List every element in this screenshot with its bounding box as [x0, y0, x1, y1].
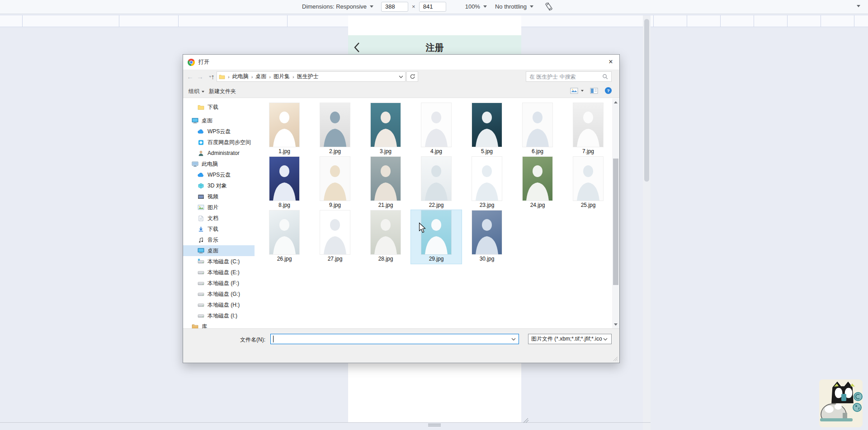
filename-combobox[interactable]	[270, 334, 519, 344]
sidebar-item[interactable]: 音乐	[183, 234, 255, 245]
sidebar-item[interactable]: 本地磁盘 (G:)	[183, 289, 255, 299]
sidebar-item[interactable]: 桌面	[183, 245, 255, 256]
sidebar-item[interactable]: WPS云盘	[183, 169, 255, 180]
back-arrow-icon[interactable]: ←	[187, 73, 193, 81]
sidebar-item[interactable]: 此电脑	[183, 159, 255, 169]
file-thumbnail[interactable]	[371, 210, 401, 254]
file-thumbnail[interactable]	[269, 210, 299, 254]
up-arrow-icon[interactable]: ↑	[211, 73, 215, 81]
file-thumbnail[interactable]	[421, 157, 451, 201]
file-item[interactable]: 27.jpg	[310, 210, 360, 264]
dialog-resize-grip[interactable]	[613, 356, 618, 361]
sidebar-item[interactable]: 本地磁盘 (F:)	[183, 278, 255, 289]
close-button[interactable]: ×	[602, 55, 619, 69]
file-item[interactable]: 2.jpg	[310, 103, 360, 156]
file-item[interactable]: 21.jpg	[360, 156, 411, 210]
file-name-label: 22.jpg	[411, 202, 462, 208]
file-thumbnail[interactable]	[472, 210, 502, 254]
sidebar-item[interactable]: 下载	[183, 224, 255, 234]
file-thumbnail[interactable]	[269, 157, 299, 201]
sidebar-item[interactable]: WPS云盘	[183, 126, 255, 137]
file-thumbnail[interactable]	[371, 157, 401, 201]
devtools-collapse-caret[interactable]	[857, 5, 860, 7]
dialog-title-bar[interactable]: 打开 ×	[183, 55, 619, 70]
breadcrumb-dropdown-icon[interactable]	[399, 75, 403, 78]
sidebar-item[interactable]: 百度网盘同步空间	[183, 137, 255, 148]
rotate-viewport-icon[interactable]	[544, 2, 553, 11]
zoom-dropdown[interactable]: 100%	[465, 3, 480, 10]
dimensions-dropdown[interactable]: Dimensions: Responsive	[302, 3, 367, 10]
sidebar-item[interactable]: 本地磁盘 (C:)	[183, 256, 255, 267]
file-item[interactable]: 1.jpg	[259, 103, 310, 156]
breadcrumb-item[interactable]: 医生护士	[297, 73, 319, 80]
file-thumbnail[interactable]	[320, 103, 350, 147]
file-item[interactable]: 25.jpg	[563, 156, 613, 210]
file-item[interactable]: 5.jpg	[462, 103, 512, 156]
file-thumbnail[interactable]	[269, 103, 299, 147]
throttling-dropdown[interactable]: No throttling	[495, 3, 527, 10]
sidebar-item[interactable]: 图片	[183, 202, 255, 213]
file-item[interactable]: 4.jpg	[411, 103, 462, 156]
file-item[interactable]: 30.jpg	[462, 210, 512, 264]
viewport-height-input[interactable]	[419, 2, 446, 12]
viewport-width-input[interactable]	[381, 2, 408, 12]
sidebar-item[interactable]: 文档	[183, 213, 255, 224]
file-thumbnail[interactable]	[320, 210, 350, 254]
file-thumbnail[interactable]	[371, 103, 401, 147]
new-folder-button[interactable]: 新建文件夹	[209, 88, 236, 95]
breadcrumb-item[interactable]: 图片集	[274, 73, 290, 80]
background-cell-border	[720, 15, 721, 27]
file-item[interactable]: 26.jpg	[259, 210, 310, 264]
chevron-down-icon	[370, 5, 373, 8]
viewport-corner-grip[interactable]	[520, 418, 529, 423]
page-scrollbar-thumb[interactable]	[644, 19, 649, 182]
sidebar-item[interactable]: Administrator	[183, 148, 255, 159]
file-thumbnail[interactable]	[523, 157, 552, 201]
help-icon: ?	[604, 87, 612, 94]
file-thumbnail[interactable]	[472, 103, 502, 147]
sidebar-item[interactable]: 本地磁盘 (I:)	[183, 310, 255, 321]
search-box[interactable]	[526, 71, 612, 82]
refresh-button[interactable]	[406, 71, 418, 82]
file-item[interactable]: 28.jpg	[360, 210, 411, 264]
sidebar-item[interactable]: 桌面	[183, 115, 255, 126]
viewport-resize-handle[interactable]	[428, 424, 441, 425]
file-item[interactable]: 23.jpg	[462, 156, 512, 210]
file-item[interactable]: 29.jpg	[411, 210, 462, 264]
file-thumbnail[interactable]	[421, 103, 451, 147]
file-item[interactable]: 6.jpg	[512, 103, 563, 156]
file-thumbnail[interactable]	[472, 157, 502, 201]
text-caret	[273, 336, 274, 342]
view-mode-button[interactable]	[570, 88, 584, 94]
filetype-dropdown[interactable]: 图片文件 (*.xbm;*.tif;*.jfif;*.ico	[528, 334, 612, 344]
file-item[interactable]: 3.jpg	[360, 103, 411, 156]
sidebar-item[interactable]: 视频	[183, 191, 255, 202]
breadcrumb-item[interactable]: 桌面	[255, 73, 266, 80]
sidebar-item[interactable]: 本地磁盘 (E:)	[183, 267, 255, 278]
breadcrumb-item[interactable]: 此电脑	[232, 73, 249, 80]
back-chevron-icon[interactable]	[354, 42, 360, 55]
sidebar-item[interactable]: 库	[183, 321, 255, 328]
help-button[interactable]: ?	[604, 87, 612, 94]
file-item[interactable]: 24.jpg	[512, 156, 563, 210]
file-thumbnail[interactable]	[320, 157, 350, 201]
organize-button[interactable]: 组织	[189, 88, 204, 95]
file-thumbnail[interactable]	[523, 103, 552, 147]
file-thumbnail[interactable]	[573, 103, 603, 147]
sidebar-item[interactable]: 本地磁盘 (H:)	[183, 299, 255, 310]
sidebar-item[interactable]: 下载	[183, 102, 255, 112]
breadcrumb[interactable]: ›此电脑›桌面›图片集›医生护士	[217, 71, 406, 82]
file-item[interactable]: 9.jpg	[310, 156, 360, 210]
forward-arrow-icon[interactable]: →	[197, 73, 203, 81]
file-item[interactable]: 8.jpg	[259, 156, 310, 210]
file-item[interactable]: 7.jpg	[563, 103, 613, 156]
scroll-down-icon[interactable]	[614, 323, 618, 326]
file-name-label: 26.jpg	[259, 256, 310, 262]
page-scrollbar[interactable]	[643, 15, 651, 430]
file-thumbnail[interactable]	[573, 157, 603, 201]
sidebar-item[interactable]: 3D 对象	[183, 180, 255, 191]
sidebar-item-label: WPS云盘	[208, 171, 231, 179]
file-item[interactable]: 22.jpg	[411, 156, 462, 210]
search-input[interactable]	[526, 74, 602, 80]
preview-pane-button[interactable]	[590, 88, 598, 94]
